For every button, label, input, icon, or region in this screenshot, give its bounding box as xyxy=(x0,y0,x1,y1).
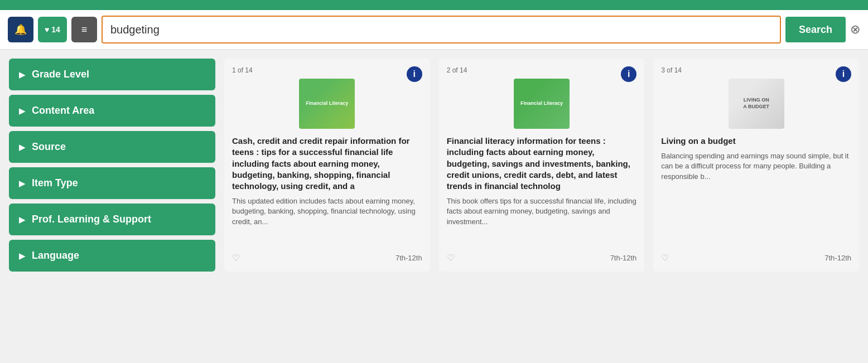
chevron-icon: ▶ xyxy=(19,70,25,79)
filter-label: Content Area xyxy=(32,105,94,117)
chevron-icon: ▶ xyxy=(19,215,25,224)
card-favorite-button[interactable]: ♡ xyxy=(232,252,240,264)
search-input[interactable] xyxy=(103,17,780,42)
result-card: 2 of 14 i Financial Literacy Financial l… xyxy=(439,59,645,272)
favorites-button[interactable]: ♥ 14 xyxy=(38,17,67,42)
info-icon: i xyxy=(842,69,845,79)
chevron-icon: ▶ xyxy=(19,143,25,152)
card-title: Cash, credit and credit repair informati… xyxy=(232,135,422,192)
card-description: This updated edition includes facts abou… xyxy=(232,196,422,246)
heart-icon: ♡ xyxy=(232,253,240,263)
card-footer: ♡ 7th-12th xyxy=(232,252,422,264)
filter-language[interactable]: ▶Language xyxy=(9,240,215,272)
filter-label: Grade Level xyxy=(32,69,89,80)
card-grade-level: 7th-12th xyxy=(396,254,422,262)
filter-prof-learning[interactable]: ▶Prof. Learning & Support xyxy=(9,204,215,235)
card-favorite-button[interactable]: ♡ xyxy=(661,252,669,264)
card-thumbnail: Financial Literacy xyxy=(447,79,637,129)
chevron-icon: ▶ xyxy=(19,107,25,115)
bell-icon: 🔔 xyxy=(15,23,27,36)
card-grade-level: 7th-12th xyxy=(610,254,637,262)
card-counter: 2 of 14 xyxy=(447,66,637,74)
result-card: 3 of 14 i LIVING ONA BUDGET Living on a … xyxy=(653,59,859,272)
card-thumbnail: LIVING ONA BUDGET xyxy=(661,79,851,129)
close-icon: ⊗ xyxy=(850,22,860,37)
info-icon: i xyxy=(628,69,630,79)
card-thumbnail: Financial Literacy xyxy=(232,79,422,129)
filter-content-area[interactable]: ▶Content Area xyxy=(9,95,215,127)
card-counter: 1 of 14 xyxy=(232,66,422,74)
filter-grade-level[interactable]: ▶Grade Level xyxy=(9,59,215,90)
heart-icon: ♥ xyxy=(45,25,49,34)
heart-icon: ♡ xyxy=(661,253,669,263)
card-description: This book offers tips for a successful f… xyxy=(447,196,637,246)
card-grade-level: 7th-12th xyxy=(824,254,851,262)
card-counter: 3 of 14 xyxy=(661,66,851,74)
card-description: Balancing spending and earnings may soun… xyxy=(661,151,851,246)
menu-button[interactable]: ≡ xyxy=(71,17,97,42)
search-button[interactable]: Search xyxy=(785,17,846,42)
thumb-image: LIVING ONA BUDGET xyxy=(729,79,784,129)
search-wrapper xyxy=(102,16,781,43)
thumb-image: Financial Literacy xyxy=(514,79,570,129)
header: 🔔 ♥ 14 ≡ Search ⊗ xyxy=(0,10,868,50)
card-title: Living on a budget xyxy=(661,135,851,147)
search-button-label: Search xyxy=(799,24,832,36)
filter-label: Prof. Learning & Support xyxy=(32,214,151,225)
results-grid: 1 of 14 i Financial Literacy Cash, credi… xyxy=(224,59,859,272)
bell-button[interactable]: 🔔 xyxy=(8,17,33,42)
close-search-button[interactable]: ⊗ xyxy=(850,22,860,37)
card-favorite-button[interactable]: ♡ xyxy=(447,252,455,264)
filter-item-type[interactable]: ▶Item Type xyxy=(9,167,215,199)
chevron-icon: ▶ xyxy=(19,179,25,188)
favorites-count: 14 xyxy=(51,25,60,34)
card-info-button[interactable]: i xyxy=(836,66,851,82)
card-footer: ♡ 7th-12th xyxy=(447,252,637,264)
card-footer: ♡ 7th-12th xyxy=(661,252,851,264)
sidebar: ▶Grade Level▶Content Area▶Source▶Item Ty… xyxy=(9,59,215,272)
filter-source[interactable]: ▶Source xyxy=(9,131,215,163)
top-accent-bar xyxy=(0,0,868,10)
thumb-image: Financial Literacy xyxy=(299,79,355,129)
chevron-icon: ▶ xyxy=(19,251,25,260)
card-info-button[interactable]: i xyxy=(407,66,422,82)
result-card: 1 of 14 i Financial Literacy Cash, credi… xyxy=(224,59,430,272)
info-icon: i xyxy=(413,69,415,79)
filter-label: Language xyxy=(32,250,79,262)
main-content: ▶Grade Level▶Content Area▶Source▶Item Ty… xyxy=(0,50,868,280)
heart-icon: ♡ xyxy=(447,253,455,263)
card-title: Financial literacy information for teens… xyxy=(447,135,637,192)
filter-label: Item Type xyxy=(32,177,78,189)
filter-label: Source xyxy=(32,141,66,153)
menu-icon: ≡ xyxy=(81,24,88,36)
